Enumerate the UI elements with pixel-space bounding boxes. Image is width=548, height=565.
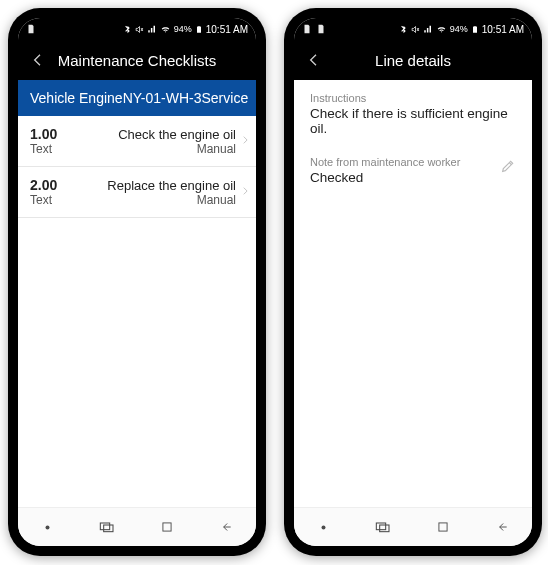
note-label: Note from maintenance worker	[310, 156, 500, 168]
doc-icon	[316, 24, 326, 34]
doc-icon	[302, 24, 312, 34]
page-title: Maintenance Checklists	[28, 52, 246, 69]
battery-text: 94%	[174, 24, 192, 34]
chevron-right-icon	[236, 133, 250, 150]
bluetooth-icon	[123, 25, 132, 34]
app-header-left: Maintenance Checklists	[18, 40, 256, 80]
row-description: Check the engine oil	[65, 127, 236, 142]
svg-point-4	[322, 525, 326, 529]
back-nav-button[interactable]	[490, 515, 514, 539]
list-item[interactable]: 2.00 Text Replace the engine oil Manual	[18, 167, 256, 218]
signal-icon	[147, 25, 157, 34]
mute-icon	[411, 25, 420, 34]
app-header-right: Line details	[294, 40, 532, 80]
doc-icon	[26, 24, 36, 34]
note-value: Checked	[310, 170, 500, 185]
wifi-icon	[436, 25, 447, 34]
battery-icon	[195, 24, 203, 35]
bluetooth-icon	[399, 25, 408, 34]
mute-icon	[135, 25, 144, 34]
details-pane: Instructions Check if there is sufficien…	[294, 80, 532, 507]
context-type: Service	[201, 90, 248, 106]
page-title: Line details	[304, 52, 522, 69]
svg-point-0	[46, 525, 50, 529]
instructions-value: Check if there is sufficient engine oil.	[310, 106, 516, 136]
context-bar[interactable]: Vehicle Engine NY-01-WH-3 Service	[18, 80, 256, 116]
svg-rect-2	[104, 525, 113, 532]
list-item[interactable]: 1.00 Text Check the engine oil Manual	[18, 116, 256, 167]
screen-right: 94% 10:51 AM Line details Instructions C…	[294, 18, 532, 546]
row-category: Manual	[65, 193, 236, 207]
phone-frame-left: 94% 10:51 AM Maintenance Checklists Vehi…	[8, 8, 266, 556]
row-number: 2.00	[30, 177, 57, 193]
battery-icon	[471, 24, 479, 35]
status-bar: 94% 10:51 AM	[294, 18, 532, 40]
svg-rect-6	[380, 525, 389, 532]
clock-text: 10:51 AM	[482, 24, 524, 35]
home-button[interactable]	[155, 515, 179, 539]
svg-rect-3	[163, 523, 171, 531]
nav-dot[interactable]	[312, 515, 336, 539]
signal-icon	[423, 25, 433, 34]
screen-left: 94% 10:51 AM Maintenance Checklists Vehi…	[18, 18, 256, 546]
status-bar: 94% 10:51 AM	[18, 18, 256, 40]
clock-text: 10:51 AM	[206, 24, 248, 35]
row-category: Manual	[65, 142, 236, 156]
home-button[interactable]	[431, 515, 455, 539]
instructions-label: Instructions	[310, 92, 516, 104]
svg-rect-1	[101, 523, 110, 530]
android-nav-bar	[18, 507, 256, 546]
nav-dot[interactable]	[36, 515, 60, 539]
row-type: Text	[30, 193, 57, 207]
back-nav-button[interactable]	[214, 515, 238, 539]
android-nav-bar	[294, 507, 532, 546]
recent-apps-button[interactable]	[95, 515, 119, 539]
chevron-right-icon	[236, 184, 250, 201]
wifi-icon	[160, 25, 171, 34]
recent-apps-button[interactable]	[371, 515, 395, 539]
row-type: Text	[30, 142, 57, 156]
svg-rect-5	[377, 523, 386, 530]
checklist-list: 1.00 Text Check the engine oil Manual 2.…	[18, 116, 256, 507]
svg-rect-7	[439, 523, 447, 531]
battery-text: 94%	[450, 24, 468, 34]
row-description: Replace the engine oil	[65, 178, 236, 193]
edit-icon[interactable]	[500, 156, 516, 178]
row-number: 1.00	[30, 126, 57, 142]
context-asset: Vehicle Engine	[30, 90, 123, 106]
phone-frame-right: 94% 10:51 AM Line details Instructions C…	[284, 8, 542, 556]
context-id: NY-01-WH-3	[123, 90, 202, 106]
